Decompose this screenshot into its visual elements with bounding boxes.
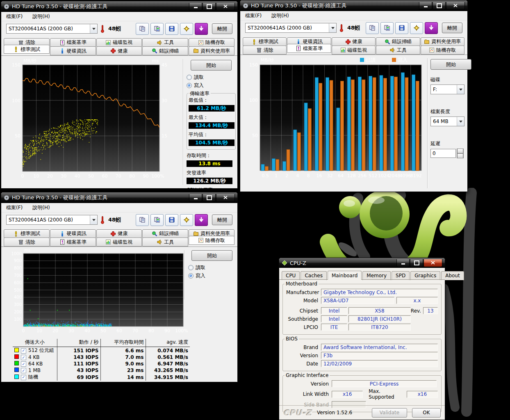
- start-button[interactable]: 開始: [191, 60, 232, 71]
- tab-tools[interactable]: 工具: [142, 38, 188, 47]
- read-radio[interactable]: [187, 75, 192, 80]
- copy-image-button[interactable]: [150, 214, 164, 226]
- update-download-button[interactable]: [425, 22, 438, 34]
- drive-select[interactable]: ST32000641AS (2000 GB): [6, 215, 98, 225]
- menu-help[interactable]: 說明(H): [271, 12, 289, 20]
- titlebar[interactable]: HD Tune Pro 3.50 - 硬碟檢測-維護工具: [1, 1, 237, 12]
- titlebar[interactable]: HD Tune Pro 3.50 - 硬碟檢測-維護工具: [240, 0, 467, 11]
- save-button[interactable]: [165, 23, 178, 35]
- close-button[interactable]: [216, 3, 235, 11]
- cpuz-tab-caches[interactable]: Caches: [301, 271, 327, 280]
- menu-file[interactable]: 檔案(F): [244, 12, 262, 20]
- cpuz-tab-about[interactable]: About: [441, 271, 464, 280]
- tab-benchmark[interactable]: 標準測試: [4, 45, 50, 54]
- tab-info[interactable]: 硬碟資訊: [50, 46, 96, 55]
- copy-text-button[interactable]: [136, 214, 149, 226]
- tab-erase[interactable]: 清除: [4, 237, 50, 247]
- series-checkbox[interactable]: ✓: [21, 375, 26, 380]
- write-radio[interactable]: [188, 273, 194, 278]
- tab-folder-usage[interactable]: 資料夾使用率: [421, 37, 464, 46]
- minimize-icon: [401, 263, 405, 265]
- close-button[interactable]: [216, 194, 235, 202]
- read-radio[interactable]: [188, 265, 194, 270]
- series-checkbox[interactable]: ✓: [21, 348, 26, 354]
- maximize-button[interactable]: [433, 2, 446, 10]
- minimize-button[interactable]: [396, 259, 410, 267]
- maximize-button[interactable]: [203, 194, 216, 202]
- tab-health[interactable]: 健康: [96, 46, 142, 55]
- write-radio[interactable]: [187, 83, 192, 88]
- update-download-button[interactable]: [195, 214, 208, 226]
- exit-button[interactable]: 離開: [212, 215, 232, 225]
- close-button[interactable]: [423, 259, 442, 267]
- folder-icon: [193, 48, 199, 54]
- copy-image-button[interactable]: [380, 22, 394, 34]
- copy-image-button[interactable]: [150, 23, 164, 35]
- ok-button[interactable]: OK: [412, 408, 441, 418]
- delay-input[interactable]: [430, 149, 456, 158]
- validate-button[interactable]: Validate: [372, 408, 407, 418]
- menu-help[interactable]: 說明(H): [32, 204, 50, 212]
- menu-file[interactable]: 檔案(F): [5, 204, 23, 212]
- cpuz-tab-graphics[interactable]: Graphics: [410, 271, 440, 280]
- options-button[interactable]: [180, 23, 193, 35]
- drive-select[interactable]: ST32000641AS (2000 GB): [245, 23, 337, 33]
- tab-disk-monitor[interactable]: 磁碟監視: [96, 38, 142, 47]
- minimize-button[interactable]: [419, 2, 432, 10]
- tab-benchmark[interactable]: 標準測試: [243, 37, 287, 46]
- tab-folder-usage[interactable]: 資料夾使用率: [189, 46, 235, 55]
- save-button[interactable]: [395, 22, 408, 34]
- spin-down-button[interactable]: [457, 153, 464, 158]
- menu-file[interactable]: 檔案(F): [5, 13, 23, 21]
- tab-health[interactable]: 健康: [96, 229, 142, 238]
- cpuz-tab-memory[interactable]: Memory: [362, 271, 391, 280]
- tab-error-scan[interactable]: 錯誤掃瞄: [142, 229, 188, 238]
- minimize-button[interactable]: [189, 3, 202, 11]
- tab-random-access[interactable]: 隨機存取: [421, 46, 464, 55]
- tab-disk-monitor[interactable]: 磁碟監視: [332, 46, 376, 55]
- tab-info[interactable]: 硬碟資訊: [50, 229, 96, 238]
- tab-disk-monitor[interactable]: 磁碟監視: [96, 237, 142, 247]
- cpuz-tab-cpu[interactable]: CPU: [282, 271, 300, 280]
- titlebar[interactable]: CPU-Z: [279, 258, 445, 268]
- tab-file-bench[interactable]: !檔案基準: [287, 44, 331, 53]
- tab-file-bench[interactable]: !檔案基準: [50, 237, 96, 247]
- save-button[interactable]: [165, 214, 178, 226]
- tab-error-scan[interactable]: 錯誤掃瞄: [376, 37, 420, 46]
- start-button[interactable]: 開始: [430, 59, 471, 70]
- tab-benchmark[interactable]: 標準測試: [4, 229, 50, 238]
- random-access-chart: 0102030405060708090100%10020030040050060…: [6, 248, 188, 337]
- file-length-select[interactable]: 64 MB: [430, 116, 464, 126]
- tab-tools[interactable]: 工具: [142, 237, 188, 247]
- menu-help[interactable]: 說明(H): [32, 13, 50, 21]
- series-checkbox[interactable]: ✓: [21, 355, 26, 360]
- maximize-button[interactable]: [410, 259, 423, 267]
- cpuz-tab-spd[interactable]: SPD: [392, 271, 410, 280]
- minimize-button[interactable]: [189, 194, 202, 202]
- tab-file-bench[interactable]: !檔案基準: [50, 38, 96, 47]
- exit-button[interactable]: 離開: [442, 23, 462, 33]
- exit-button[interactable]: 離開: [212, 23, 232, 34]
- tab-health[interactable]: 健康: [332, 37, 376, 46]
- disk-select[interactable]: F:: [430, 84, 464, 94]
- tab-error-scan[interactable]: 錯誤掃瞄: [142, 46, 188, 55]
- tab-random-access[interactable]: 隨機存取: [189, 38, 235, 47]
- series-checkbox[interactable]: ✓: [21, 368, 26, 373]
- titlebar[interactable]: HD Tune Pro 3.50 - 硬碟檢測-維護工具: [1, 192, 237, 203]
- close-button[interactable]: [446, 2, 465, 10]
- tab-erase[interactable]: 清除: [243, 46, 287, 55]
- start-button[interactable]: 開始: [191, 250, 232, 261]
- drive-select[interactable]: ST32000641AS (2000 GB): [6, 24, 98, 34]
- options-button[interactable]: [410, 22, 423, 34]
- update-download-button[interactable]: [195, 23, 208, 35]
- tab-random-access[interactable]: 隨機存取: [189, 236, 235, 245]
- copy-text-button[interactable]: [366, 22, 379, 34]
- series-checkbox[interactable]: ✓: [21, 361, 26, 367]
- spin-up-button[interactable]: [457, 148, 464, 153]
- maximize-button[interactable]: [203, 3, 216, 11]
- cpuz-tab-mainboard[interactable]: Mainboard: [328, 271, 362, 280]
- options-button[interactable]: [180, 214, 193, 226]
- tab-tools[interactable]: 工具: [376, 46, 420, 55]
- gi-version-field: PCI-Express: [332, 380, 437, 387]
- copy-text-button[interactable]: [136, 23, 149, 35]
